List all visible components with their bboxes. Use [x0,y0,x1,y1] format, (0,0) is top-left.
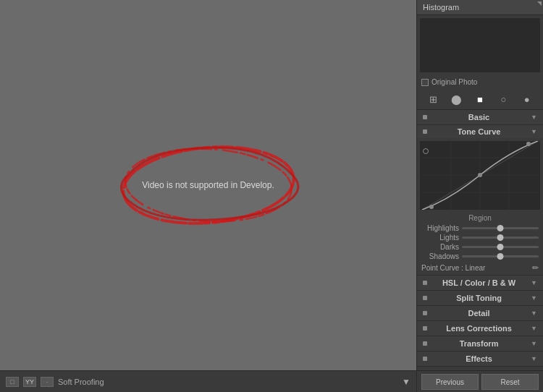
dot-tool-icon[interactable]: ● [520,92,534,106]
yy-button-1[interactable]: YY [23,377,36,387]
tone-curve-collapse-arrow: ▼ [531,128,537,135]
lens-corrections-collapse-dot [423,326,427,331]
histogram-graph [420,18,540,72]
original-photo-row: Original Photo [417,75,543,89]
previous-button[interactable]: Previous [421,374,479,390]
darks-slider-row: Darks [417,242,543,252]
hsl-collapse-dot [423,281,427,285]
highlights-slider-row: Highlights [417,223,543,233]
effects-label: Effects [466,354,492,363]
detail-collapse-arrow: ▼ [531,310,537,317]
lights-slider-row: Lights [417,233,543,242]
tool-icons-row: ⊞ ⬤ ■ ○ ● [417,89,543,110]
original-photo-checkbox[interactable] [421,79,429,86]
bottom-left-controls: □ YY · Soft Proofing [6,377,104,387]
lights-label: Lights [421,234,459,242]
basic-label: Basic [468,113,489,122]
soft-proofing-label: Soft Proofing [58,378,104,386]
detail-section[interactable]: Detail ▼ [417,306,543,321]
highlights-label: Highlights [421,224,459,232]
bottom-icon-1[interactable]: □ [6,377,19,387]
bottom-chevron-icon[interactable]: ▼ [402,377,411,387]
tone-curve-section: Tone Curve ▼ [417,125,543,276]
point-curve-row: Point Curve : Linear ✏ [417,261,543,275]
lens-corrections-section[interactable]: Lens Corrections ▼ [417,321,543,336]
svg-point-9 [429,205,434,209]
basic-section[interactable]: Basic ▼ [417,110,543,125]
darks-label: Darks [421,243,459,251]
region-row: Region [417,213,543,223]
bottom-icon-3[interactable]: · [41,377,54,387]
bottom-toolbar-left: □ YY · Soft Proofing ▼ [0,371,416,392]
shadows-slider[interactable] [462,255,539,257]
lens-corrections-collapse-arrow: ▼ [531,325,537,332]
split-toning-collapse-arrow: ▼ [531,294,537,302]
bottom-toolbar: □ YY · Soft Proofing ▼ Previous Reset [0,370,543,392]
region-label: Region [468,214,492,222]
hsl-collapse-arrow: ▼ [531,279,537,286]
darks-slider[interactable] [462,246,539,248]
detail-collapse-dot [423,311,427,315]
detail-label: Detail [468,309,490,318]
pencil-icon[interactable]: ✏ [532,263,539,273]
effects-collapse-arrow: ▼ [531,355,537,362]
lens-corrections-label: Lens Corrections [446,324,511,333]
bottom-right-panel: Previous Reset [416,371,543,392]
shadows-slider-row: Shadows [417,252,543,261]
effects-section[interactable]: Effects ▼ [417,351,543,367]
shadows-label: Shadows [421,252,459,260]
transform-section[interactable]: Transform ▼ [417,336,543,351]
split-toning-section[interactable]: Split Toning ▼ [417,291,543,306]
circle-tool-icon[interactable]: ⬤ [450,92,464,106]
square-tool-icon[interactable]: ■ [473,92,487,106]
curve-point-indicator [423,148,429,154]
histogram-panel [417,15,543,75]
bottom-right-chevron: ▼ [402,377,411,387]
highlights-slider[interactable] [462,227,539,229]
split-toning-label: Split Toning [456,294,502,302]
tone-curve-graph[interactable] [420,141,540,210]
histogram-collapse-icon[interactable] [537,1,542,6]
circle-outline-icon[interactable]: ○ [496,92,510,106]
transform-collapse-arrow: ▼ [531,340,537,347]
video-not-supported-message: Video is not supported in Develop. [142,180,274,190]
reset-button[interactable]: Reset [481,374,539,390]
tone-curve-collapse-dot [423,129,427,134]
original-photo-label: Original Photo [432,78,477,86]
viewer-area: Video is not supported in Develop. [0,0,416,370]
point-curve-label: Point Curve : Linear [421,264,485,272]
hsl-label: HSL / Color / B & W [442,278,515,287]
tone-curve-header[interactable]: Tone Curve ▼ [417,125,543,138]
svg-point-11 [526,142,531,146]
effects-collapse-dot [423,357,427,361]
hsl-section[interactable]: HSL / Color / B & W ▼ [417,276,543,291]
basic-collapse-arrow: ▼ [531,114,537,121]
histogram-label: Histogram [423,3,459,12]
tone-curve-label: Tone Curve [458,127,501,136]
basic-collapse-dot [423,115,427,119]
yy-buttons: YY [23,377,36,387]
transform-collapse-dot [423,341,427,346]
split-toning-collapse-dot [423,296,427,300]
grid-icon[interactable]: ⊞ [426,92,440,106]
lights-slider[interactable] [462,237,539,239]
right-panel: Histogram Original Photo ⊞ ⬤ ■ ○ ● Basic… [416,0,543,370]
transform-label: Transform [460,339,499,348]
svg-point-10 [478,173,482,177]
histogram-header: Histogram [417,0,543,15]
